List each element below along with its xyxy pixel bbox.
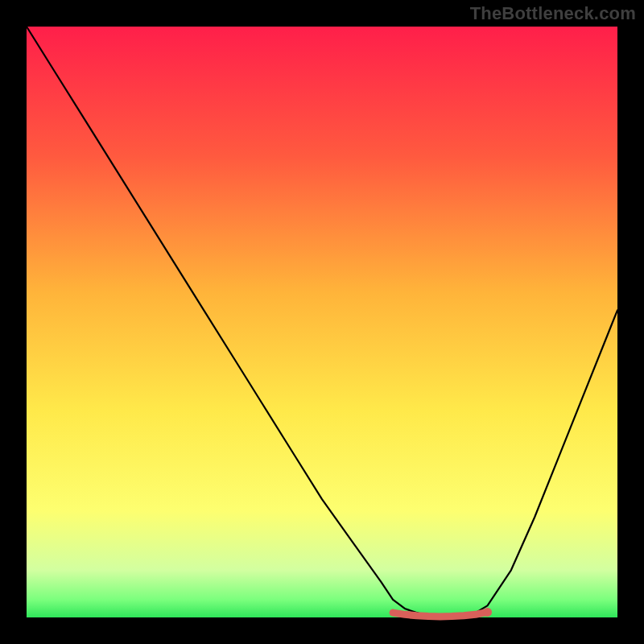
bottleneck-plot [0, 0, 644, 644]
optimal-range-end-dot [483, 608, 492, 617]
chart-frame: TheBottleneck.com [0, 0, 644, 644]
watermark-text: TheBottleneck.com [470, 3, 636, 24]
